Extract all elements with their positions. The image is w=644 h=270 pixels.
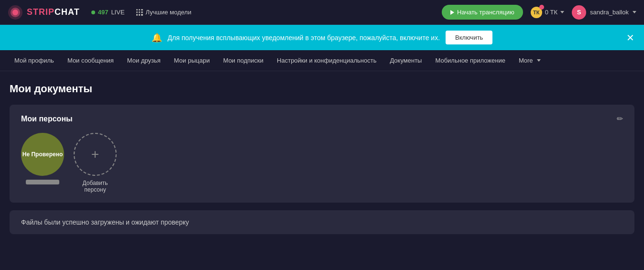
persona-avatar: Не Проверено [21,133,64,176]
avatar: S [572,5,586,20]
live-indicator [91,11,95,14]
notification-bar: 🔔 Для получения всплывающих уведомлений … [0,25,644,50]
start-broadcast-label: Начать трансляцию [457,9,514,16]
status-text: Файлы были успешно загружены и ожидают п… [21,218,189,226]
token-badge [539,5,544,10]
personas-row: Не Проверено + Добавитьперсону [21,133,623,193]
persona-item[interactable]: Не Проверено [21,133,64,184]
username-label: sandra_ballok [590,9,629,16]
card-title: Мои персоны [21,115,73,123]
more-chevron-icon [537,59,541,62]
nav-item-mobile[interactable]: Мобильное приложение [428,50,512,71]
bell-icon: 🔔 [152,32,162,43]
nav-item-profile[interactable]: Мой профиль [8,50,61,71]
notification-close-button[interactable]: ✕ [626,32,634,43]
live-badge: 497 LIVE [91,9,125,16]
nav-item-documents[interactable]: Документы [383,50,428,71]
add-persona-plus-icon: + [91,147,99,162]
persona-status: Не Проверено [22,151,63,158]
live-label: LIVE [111,9,124,16]
edit-icon[interactable]: ✏ [617,114,623,123]
logo-text: STRIPCHAT [27,7,80,17]
best-models-link[interactable]: Лучшие модели [136,9,192,16]
logo[interactable]: STRIPCHAT [8,5,80,20]
add-persona-label: Добавитьперсону [82,180,108,193]
main-content: Мои документы Мои персоны ✏ Не Проверено… [0,71,644,246]
notification-text: Для получения всплывающих уведомлений в … [168,34,440,42]
start-broadcast-button[interactable]: Начать трансляцию [442,5,523,20]
tokens-section[interactable]: ТК 0 ТК [531,7,564,18]
add-persona-item: + Добавитьперсону [74,133,117,193]
add-persona-button[interactable]: + [74,133,117,176]
best-models-label: Лучшие модели [146,9,192,16]
page-title: Мои документы [10,83,634,95]
nav-item-knights[interactable]: Мои рыцари [167,50,217,71]
nav-item-messages[interactable]: Мои сообщения [61,50,120,71]
nav-item-settings[interactable]: Настройки и конфиденциальность [270,50,383,71]
documents-card: Мои персоны ✏ Не Проверено + Добавитьпер… [10,105,634,203]
header: STRIPCHAT 497 LIVE Лучшие модели Начать … [0,0,644,25]
svg-point-2 [12,10,18,15]
nav-item-subscriptions[interactable]: Мои подписки [217,50,270,71]
live-count: 497 [98,9,109,16]
nav-item-more[interactable]: More [512,50,547,71]
header-right: Начать трансляцию ТК 0 ТК S sandra_ballo… [442,5,636,20]
persona-name [26,180,59,184]
chevron-down-icon [560,11,564,13]
nav-bar: Мой профиль Мои сообщения Мои друзья Мои… [0,50,644,71]
status-card: Файлы были успешно загружены и ожидают п… [10,210,634,234]
enable-notifications-button[interactable]: Включить [446,31,492,44]
user-section[interactable]: S sandra_ballok [572,5,636,20]
tokens-amount: 0 ТК [545,9,557,16]
user-chevron-icon [633,11,636,13]
nav-item-friends[interactable]: Мои друзья [120,50,167,71]
card-header: Мои персоны ✏ [21,114,623,123]
play-icon [450,10,454,15]
token-icon: ТК [531,7,542,18]
grid-icon [136,9,143,16]
